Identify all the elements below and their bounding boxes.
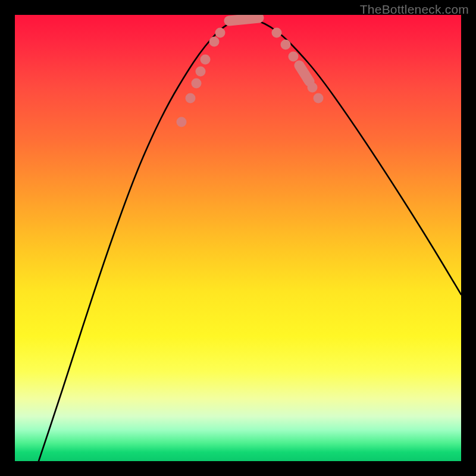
chart-frame: TheBottleneck.com <box>0 0 476 476</box>
watermark-text: TheBottleneck.com <box>360 2 469 17</box>
curve-marker-dot <box>289 52 299 62</box>
right-curve <box>247 18 461 295</box>
plot-area <box>15 15 461 461</box>
curve-marker-dot <box>177 117 187 127</box>
curve-marker-dot <box>201 55 211 65</box>
curve-layer <box>15 15 461 461</box>
curve-marker-dot <box>186 93 196 104</box>
bottleneck-curve <box>39 18 461 461</box>
curve-marker-dot <box>192 79 202 89</box>
curve-marker-dot <box>281 40 291 50</box>
curve-marker-dot <box>196 67 206 77</box>
marker-layer <box>177 15 324 127</box>
curve-marker-dot <box>314 93 324 104</box>
curve-marker-pill <box>224 15 265 26</box>
left-curve <box>39 18 247 461</box>
curve-marker-dot <box>215 28 226 38</box>
curve-marker-dot <box>272 28 282 38</box>
curve-marker-dot <box>308 83 318 93</box>
curve-marker-dot <box>209 37 220 47</box>
